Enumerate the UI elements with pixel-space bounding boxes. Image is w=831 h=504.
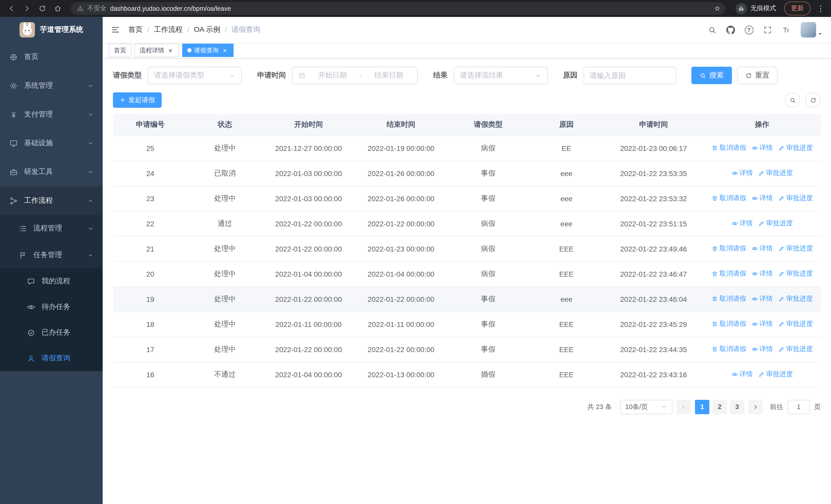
approval-progress-link[interactable]: 审批进度 [778, 144, 813, 153]
breadcrumb-item[interactable]: OA 示例 [194, 25, 221, 34]
tab-leave-query[interactable]: 请假查询× [182, 43, 233, 57]
cancel-leave-link[interactable]: 取消请假 [711, 345, 746, 354]
sidebar-item-infra[interactable]: 基础设施 [0, 129, 103, 157]
cancel-leave-link[interactable]: 取消请假 [711, 294, 746, 304]
table-row[interactable]: 17处理中2022-01-22 00:00:002022-01-22 00:00… [113, 337, 821, 362]
breadcrumb-item[interactable]: 首页 [128, 25, 143, 34]
table-row[interactable]: 21处理中2022-01-22 00:00:002022-01-23 00:00… [113, 236, 821, 261]
browser-back-button[interactable] [4, 1, 19, 16]
page-size-select[interactable]: 10条/页 [620, 399, 672, 414]
cancel-leave-link[interactable]: 取消请假 [711, 269, 746, 278]
detail-link[interactable]: 详情 [751, 144, 773, 153]
user-menu[interactable] [801, 22, 823, 37]
sidebar-item-home[interactable]: 首页 [0, 42, 103, 71]
address-bar[interactable]: 不安全 dashboard.yudao.iocoder.cn/bpm/oa/le… [71, 2, 725, 15]
sidebar-item-done-tasks[interactable]: 已办任务 [0, 320, 103, 346]
chevron-left-icon [681, 404, 687, 410]
browser-reload-button[interactable] [35, 1, 49, 16]
table-cell: EEE [529, 236, 604, 261]
browser-update-button[interactable]: 更新 [784, 2, 810, 16]
result-select[interactable]: 请选择流结果 [454, 67, 548, 84]
close-icon[interactable]: × [167, 47, 174, 54]
close-icon[interactable]: × [221, 47, 228, 54]
tab-home[interactable]: 首页 [109, 43, 132, 57]
table-toolbar: 发起请假 [113, 92, 821, 108]
approval-progress-link[interactable]: 审批进度 [778, 269, 813, 278]
page-button-1[interactable]: 1 [695, 399, 709, 414]
page-button-3[interactable]: 3 [730, 399, 744, 414]
table-row[interactable]: 20处理中2022-01-04 00:00:002022-01-04 00:00… [113, 261, 821, 287]
table-row[interactable]: 25处理中2021-12-27 00:00:002022-01-19 00:00… [113, 136, 821, 161]
font-size-button[interactable] [777, 21, 795, 38]
tab-process-detail[interactable]: 流程详情× [135, 43, 179, 57]
sidebar-item-my-process[interactable]: 我的流程 [0, 268, 103, 294]
apply-time-range-picker[interactable]: 开始日期 - 结束日期 [292, 67, 418, 84]
detail-link[interactable]: 详情 [751, 320, 773, 329]
next-page-button[interactable] [748, 399, 763, 414]
app-logo[interactable]: 芋道管理系统 [0, 17, 103, 42]
browser-forward-button[interactable] [20, 1, 34, 16]
start-date-field[interactable]: 开始日期 [310, 71, 355, 80]
sidebar-toggle-button[interactable] [111, 25, 120, 34]
sidebar-item-process-mgmt[interactable]: 流程管理 [0, 215, 103, 242]
table-cell: 2022-01-22 00:00:00 [355, 287, 447, 312]
table-row[interactable]: 19处理中2022-01-22 00:00:002022-01-22 00:00… [113, 287, 821, 312]
table-cell: 2022-01-22 00:00:00 [262, 211, 355, 236]
page-button-2[interactable]: 2 [712, 399, 727, 414]
github-button[interactable] [722, 21, 739, 38]
approval-progress-link[interactable]: 审批进度 [778, 194, 813, 203]
table-row[interactable]: 24已取消2022-01-03 00:00:002022-01-26 00:00… [113, 161, 821, 186]
breadcrumb-item[interactable]: 工作流程 [154, 25, 183, 34]
table-row[interactable]: 22通过2022-01-22 00:00:002022-01-22 00:00:… [113, 211, 821, 236]
detail-link[interactable]: 详情 [751, 194, 773, 203]
edit-icon [758, 170, 765, 177]
table-row[interactable]: 18处理中2022-01-11 00:00:002022-01-11 00:00… [113, 312, 821, 337]
cancel-leave-link[interactable]: 取消请假 [711, 244, 746, 253]
reason-input[interactable] [590, 71, 670, 80]
detail-link[interactable]: 详情 [751, 345, 773, 354]
bookmark-star-button[interactable] [711, 2, 723, 14]
browser-home-button[interactable] [50, 1, 65, 16]
approval-progress-link[interactable]: 审批进度 [778, 345, 813, 354]
table-row[interactable]: 23处理中2022-01-03 00:00:002022-01-26 00:00… [113, 186, 821, 211]
approval-progress-link[interactable]: 审批进度 [758, 219, 793, 228]
browser-menu-icon[interactable]: ⋮ [814, 4, 827, 13]
sidebar-item-task-mgmt[interactable]: 任务管理 [0, 242, 103, 268]
help-button[interactable]: ? [740, 21, 757, 38]
approval-progress-link[interactable]: 审批进度 [778, 320, 813, 329]
detail-link[interactable]: 详情 [731, 370, 753, 379]
end-date-field[interactable]: 结束日期 [366, 71, 412, 80]
sidebar-item-devtools[interactable]: 研发工具 [0, 157, 103, 186]
sidebar-item-todo-tasks[interactable]: 待办任务 [0, 294, 103, 320]
table-row[interactable]: 16不通过2022-01-04 00:00:002022-01-13 00:00… [113, 362, 821, 387]
apply-time-label: 申请时间 [257, 71, 286, 80]
toggle-search-button[interactable] [785, 92, 800, 108]
detail-link[interactable]: 详情 [731, 169, 753, 178]
goto-page-input[interactable] [787, 399, 810, 414]
detail-link[interactable]: 详情 [731, 219, 753, 228]
approval-progress-link[interactable]: 审批进度 [758, 370, 793, 379]
create-leave-button[interactable]: 发起请假 [113, 92, 162, 108]
leave-type-select[interactable]: 请选择请假类型 [148, 67, 242, 84]
detail-link[interactable]: 详情 [751, 294, 773, 304]
approval-progress-link[interactable]: 审批进度 [778, 294, 813, 304]
cancel-leave-link[interactable]: 取消请假 [711, 320, 746, 329]
sidebar-item-workflow[interactable]: 工作流程 [0, 186, 103, 215]
fullscreen-button[interactable] [758, 21, 776, 38]
refresh-table-button[interactable] [805, 92, 821, 108]
header-search-button[interactable] [703, 21, 721, 38]
sidebar-item-system[interactable]: 系统管理 [0, 71, 103, 100]
reset-button[interactable]: 重置 [737, 67, 778, 84]
cancel-leave-link[interactable]: 取消请假 [711, 144, 746, 153]
approval-progress-link[interactable]: 审批进度 [778, 244, 813, 253]
edit-icon [758, 371, 765, 378]
sidebar-item-leave-query[interactable]: 请假查询 [0, 346, 103, 371]
approval-progress-link[interactable]: 审批进度 [758, 169, 793, 178]
sidebar-item-payment[interactable]: 支付管理 [0, 100, 103, 129]
detail-link[interactable]: 详情 [751, 269, 773, 278]
prev-page-button[interactable] [677, 399, 691, 414]
search-button[interactable]: 搜索 [691, 67, 732, 84]
detail-link[interactable]: 详情 [751, 244, 773, 253]
user-icon [27, 354, 35, 363]
cancel-leave-link[interactable]: 取消请假 [711, 194, 746, 203]
